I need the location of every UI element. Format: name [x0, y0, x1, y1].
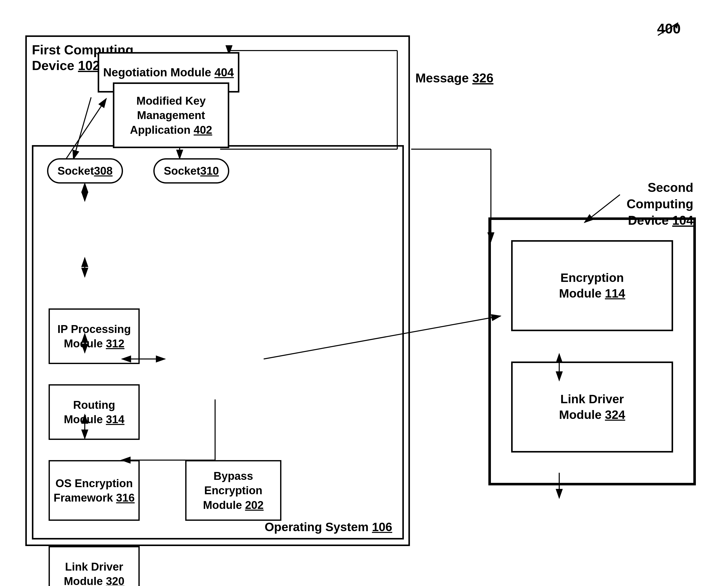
socket-310: Socket 310: [153, 158, 229, 184]
first-computing-device-box: First Computing Device 102 Operating Sys…: [25, 35, 410, 546]
link-driver-324: Link Driver Module 324: [511, 362, 673, 453]
mkma-box: Modified Key Management Application 402: [113, 82, 229, 148]
ref-400: 400: [657, 20, 681, 37]
ip-processing-module: IP Processing Module 312: [49, 309, 140, 364]
second-computing-label: Second Computing Device 104: [618, 180, 693, 229]
os-box: Operating System 106 IP Processing Modul…: [32, 145, 404, 539]
message-326-label: Message 326: [415, 71, 494, 85]
second-computing-device-box: Second Computing Device 104 Encryption M…: [488, 217, 696, 485]
socket-308: Socket 308: [47, 158, 123, 184]
routing-module: Routing Module 314: [49, 384, 140, 440]
os-label: Operating System 106: [265, 520, 392, 534]
link-driver-320: Link Driver Module 320: [49, 546, 140, 586]
encryption-module-114: Encryption Module 114: [511, 240, 673, 331]
diagram-container: 400 First Computing Device 102 Operating…: [15, 15, 711, 571]
bypass-encryption-module: Bypass Encryption Module 202: [185, 460, 281, 521]
os-encryption-framework: OS Encryption Framework 316: [49, 460, 140, 521]
